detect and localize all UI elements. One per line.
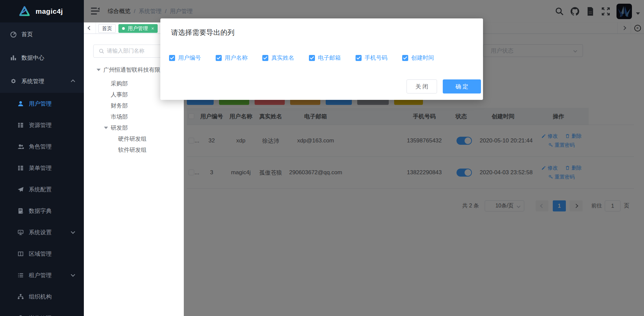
- sidebar-item-data-dict[interactable]: 数据字典: [0, 200, 84, 222]
- option-label: 电子邮箱: [318, 54, 341, 62]
- confirm-button[interactable]: 确 定: [443, 79, 481, 93]
- option-label: 用户编号: [178, 54, 201, 62]
- sidebar-item-label: 系统配置: [29, 186, 52, 193]
- tree-icon: [17, 165, 24, 171]
- app-logo-icon: [18, 5, 31, 17]
- tree-expand-icon[interactable]: [104, 127, 108, 129]
- sidebar-item-org-structure[interactable]: 组织机构: [0, 286, 84, 307]
- sidebar-item-label: 首页: [21, 30, 33, 38]
- sidebar-item-system-config[interactable]: 系统配置: [0, 179, 84, 200]
- sidebar-item-user-mgmt[interactable]: 用户管理: [0, 93, 84, 114]
- tab-label: 用户管理: [128, 25, 148, 32]
- chevron-left-icon: [88, 26, 92, 30]
- app-title: magic4j: [36, 7, 63, 15]
- tree-node-group[interactable]: 软件研发组: [118, 144, 147, 155]
- option-username[interactable]: 用户名称: [216, 54, 248, 62]
- checkbox-checked-icon[interactable]: [216, 55, 222, 61]
- sidebar-item-label: 系统设置: [29, 229, 52, 236]
- checkbox-checked-icon[interactable]: [309, 55, 315, 61]
- columns-icon: [17, 251, 24, 257]
- tree-expand-icon[interactable]: [97, 69, 101, 71]
- gear-icon: [10, 78, 17, 84]
- tree-node-label: 采购部: [111, 80, 128, 87]
- tab-label: 首页: [102, 25, 112, 32]
- sidebar-item-tenant-mgmt[interactable]: 租户管理: [0, 264, 84, 286]
- sidebar-item-label: 系统管理: [21, 77, 44, 85]
- sidebar-item-label: 组织机构: [29, 293, 52, 301]
- checkbox-checked-icon[interactable]: [356, 55, 362, 61]
- active-dot-icon: [122, 27, 125, 30]
- option-email[interactable]: 电子邮箱: [309, 54, 341, 62]
- tab-home[interactable]: 首页: [98, 24, 116, 33]
- checkbox-checked-icon[interactable]: [262, 55, 268, 61]
- option-label: 手机号码: [365, 54, 387, 62]
- chevron-up-icon: [71, 79, 75, 84]
- sidebar-item-resource-mgmt[interactable]: 资源管理: [0, 114, 84, 136]
- tree-node-group[interactable]: 硬件研发组: [118, 133, 147, 144]
- modal-overlay[interactable]: [483, 22, 644, 34]
- chevron-down-icon: [71, 272, 75, 277]
- chart-icon: [10, 54, 17, 61]
- sidebar-item-role-mgmt[interactable]: 角色管理: [0, 136, 84, 157]
- tree-node-label: 财务部: [111, 102, 128, 110]
- option-realname[interactable]: 真实姓名: [262, 54, 294, 62]
- sidebar-item-label: 角色管理: [29, 143, 52, 150]
- option-label: 用户名称: [225, 54, 248, 62]
- sidebar-item-data-center[interactable]: 数据中心: [0, 46, 84, 69]
- logo[interactable]: magic4j: [0, 0, 84, 22]
- sidebar-item-label: 菜单管理: [29, 164, 52, 172]
- tree-node-dept[interactable]: 市场部: [111, 111, 128, 122]
- option-phone[interactable]: 手机号码: [356, 54, 387, 62]
- chevron-down-icon: [71, 230, 75, 234]
- tree-node-label: 硬件研发组: [118, 135, 147, 143]
- sidebar-item-system-settings[interactable]: 系统设置: [0, 222, 84, 243]
- dashboard-icon: [10, 31, 17, 38]
- export-columns-dialog: 请选择需要导出的列 用户编号 用户名称 真实姓名 电子邮箱 手机号码 创建时间 …: [160, 18, 483, 100]
- tree-node-dept[interactable]: 人事部: [111, 89, 128, 100]
- tab-user-mgmt[interactable]: 用户管理 ×: [118, 24, 158, 33]
- sidebar-item-system[interactable]: 系统管理: [0, 69, 84, 93]
- sidebar-item-label: 岗位管理: [29, 314, 52, 316]
- option-label: 真实姓名: [271, 54, 294, 62]
- tree-node-label: 研发部: [111, 124, 128, 132]
- sidebar-item-label: 租户管理: [29, 271, 52, 279]
- tree-node-label: 软件研发组: [118, 146, 147, 154]
- tree-node-dept[interactable]: 财务部: [111, 100, 128, 111]
- sidebar-item-region-mgmt[interactable]: 区域管理: [0, 243, 84, 264]
- tree-node-dept[interactable]: 采购部: [111, 78, 128, 89]
- sidebar-item-label: 数据中心: [21, 54, 44, 62]
- tree-icon: [17, 122, 24, 128]
- sidebar-item-label: 资源管理: [29, 121, 52, 129]
- sitemap-icon: [17, 294, 24, 300]
- option-label: 创建时间: [411, 54, 434, 62]
- sidebar-item-home[interactable]: 首页: [0, 22, 84, 46]
- tree-node-label: 人事部: [111, 91, 128, 99]
- list-icon: [17, 272, 24, 278]
- sidebar-item-label: 数据字典: [29, 207, 52, 215]
- dialog-title: 请选择需要导出的列: [171, 28, 234, 37]
- monitor-icon: [17, 229, 24, 236]
- badge-icon: [17, 315, 24, 316]
- sidebar: magic4j 首页 数据中心 系统管理 用户管理 资源管理: [0, 0, 84, 316]
- close-button[interactable]: 关 闭: [407, 79, 437, 93]
- users-icon: [17, 143, 24, 150]
- tree-node-dept[interactable]: 研发部: [104, 122, 128, 133]
- sidebar-item-menu-mgmt[interactable]: 菜单管理: [0, 157, 84, 179]
- sidebar-item-label: 用户管理: [29, 100, 52, 108]
- column-options: 用户编号 用户名称 真实姓名 电子邮箱 手机号码 创建时间: [169, 54, 434, 62]
- sidebar-item-label: 区域管理: [29, 250, 52, 258]
- tabs-scroll-left-button[interactable]: [84, 22, 96, 34]
- tree-node-label: 市场部: [111, 113, 128, 121]
- checkbox-checked-icon[interactable]: [169, 55, 175, 61]
- sidebar-item-post-mgmt[interactable]: 岗位管理: [0, 307, 84, 316]
- send-icon: [17, 186, 24, 193]
- book-icon: [17, 208, 24, 214]
- sidebar-submenu: 用户管理 资源管理 角色管理 菜单管理 系统配置 数据字典: [0, 93, 84, 316]
- user-icon: [17, 101, 24, 107]
- search-placeholder: 请输入部门名称: [107, 48, 145, 55]
- option-user-id[interactable]: 用户编号: [169, 54, 201, 62]
- close-icon[interactable]: ×: [151, 26, 154, 31]
- checkbox-checked-icon[interactable]: [402, 55, 408, 61]
- option-created[interactable]: 创建时间: [402, 54, 434, 62]
- search-icon: [99, 48, 104, 54]
